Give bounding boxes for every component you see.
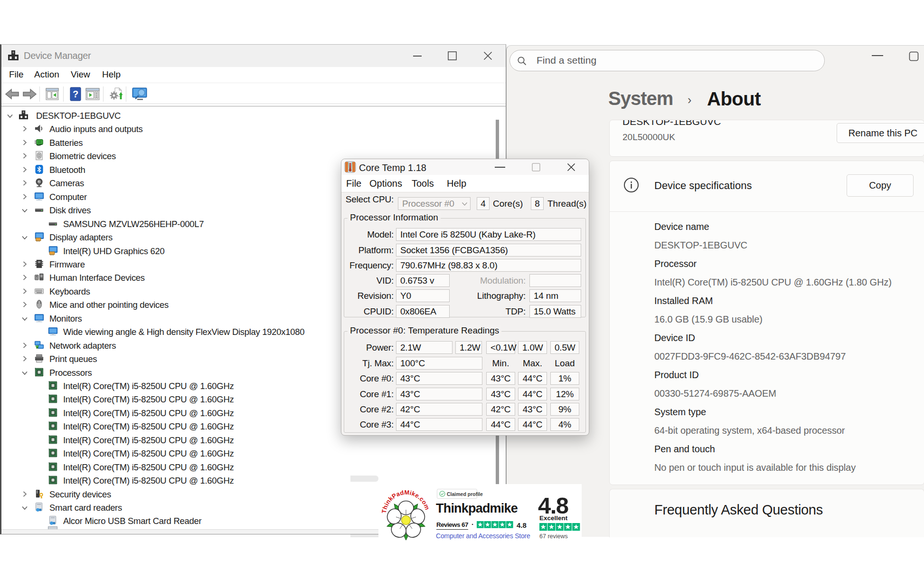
svg-text:?: ? [73, 89, 78, 99]
